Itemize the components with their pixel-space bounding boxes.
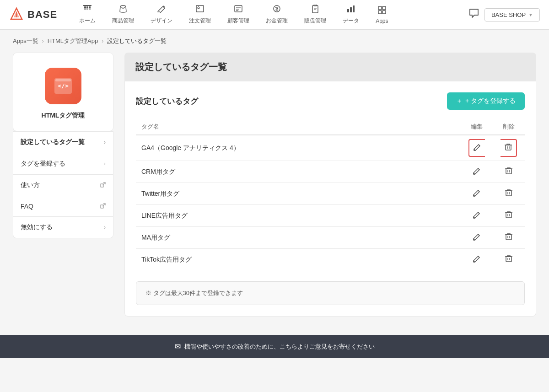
edit-button-0[interactable]	[468, 139, 485, 157]
app-name: HTMLタグ管理	[42, 112, 85, 120]
nav-data[interactable]: データ	[334, 5, 367, 25]
nav-apps-label: Apps	[376, 18, 388, 24]
svg-rect-12	[83, 5, 92, 6]
table-row: LINE広告用タグ	[136, 205, 525, 227]
svg-rect-23	[378, 6, 382, 10]
content-body: 設定しているタグ ＋ + タグを登録する タグ名 編集 削除	[124, 81, 536, 317]
edit-action-3	[461, 205, 493, 227]
page-title: 設定しているタグ一覧	[135, 61, 525, 73]
feedback-bar[interactable]: ✉ 機能や使いやすさの改善のために、こちらよりご意見をお寄せください	[0, 335, 549, 358]
svg-rect-34	[506, 191, 511, 196]
delete-action-5	[493, 249, 525, 271]
nav-orders[interactable]: 注文管理	[181, 5, 219, 25]
svg-rect-29	[55, 79, 71, 81]
svg-rect-8	[89, 9, 91, 9]
sidebar-item-faq[interactable]: FAQ	[13, 196, 113, 216]
nav-customers[interactable]: 顧客管理	[219, 5, 258, 25]
edit-action-2	[461, 183, 493, 205]
external-link-icon-0	[100, 182, 106, 189]
nav-design-label: デザイン	[151, 17, 172, 25]
apps-icon	[377, 5, 387, 16]
svg-rect-21	[350, 7, 352, 12]
table-row: MA用タグ	[136, 227, 525, 249]
nav-apps[interactable]: Apps	[367, 5, 396, 24]
svg-rect-11	[89, 10, 91, 10]
nav-promotion[interactable]: 販促管理	[296, 5, 334, 25]
logo[interactable]: BASE	[9, 7, 57, 22]
table-row: Twitter用タグ	[136, 183, 525, 205]
svg-rect-4	[86, 6, 88, 8]
edit-button-1[interactable]	[471, 165, 483, 179]
svg-rect-7	[86, 9, 88, 9]
sidebar-app-header: </> HTMLタグ管理	[13, 53, 113, 131]
edit-button-5[interactable]	[471, 252, 483, 267]
trash-icon	[505, 210, 513, 219]
pencil-icon	[473, 232, 481, 241]
delete-button-3[interactable]	[503, 209, 515, 223]
message-button[interactable]	[469, 8, 479, 21]
external-link-icon-1	[100, 203, 106, 210]
delete-action-0	[493, 135, 525, 161]
sidebar-item-disable[interactable]: 無効にする ›	[13, 216, 113, 238]
delete-button-1[interactable]	[503, 165, 515, 179]
breadcrumb-html-tag-app[interactable]: HTMLタグ管理App	[48, 37, 98, 45]
sidebar-menu: 設定しているタグ一覧 › タグを登録する › 使い方 FAQ 無効にする	[13, 131, 113, 238]
svg-rect-32	[506, 145, 511, 150]
tag-name-5: TikTok広告用タグ	[136, 249, 461, 271]
trash-icon	[505, 254, 513, 263]
pencil-icon	[473, 254, 481, 263]
svg-rect-16	[235, 5, 242, 12]
svg-rect-13	[157, 11, 160, 12]
svg-rect-9	[84, 10, 86, 10]
svg-rect-37	[506, 257, 511, 262]
logo-icon	[9, 7, 24, 22]
svg-text:</>: </>	[58, 82, 69, 89]
table-row: CRM用タグ	[136, 161, 525, 183]
add-tag-button[interactable]: ＋ + タグを登録する	[447, 92, 525, 110]
edit-action-5	[461, 249, 493, 271]
breadcrumb-apps[interactable]: Apps一覧	[13, 37, 38, 45]
svg-rect-22	[353, 5, 355, 12]
message-icon	[469, 8, 479, 18]
nav-design[interactable]: デザイン	[142, 5, 181, 25]
col-header-edit: 編集	[461, 119, 493, 135]
svg-rect-25	[378, 11, 382, 14]
svg-rect-24	[382, 6, 386, 10]
delete-button-4[interactable]	[503, 231, 515, 245]
edit-button-2[interactable]	[471, 187, 483, 201]
app-icon: </>	[45, 68, 81, 104]
edit-button-4[interactable]	[471, 231, 483, 245]
delete-action-1	[493, 161, 525, 183]
tag-section-header: 設定しているタグ ＋ + タグを登録する	[136, 92, 525, 110]
edit-button-3[interactable]	[471, 209, 483, 223]
sidebar-item-tag-list[interactable]: 設定しているタグ一覧 ›	[13, 131, 113, 153]
delete-button-5[interactable]	[503, 252, 515, 267]
svg-rect-10	[86, 10, 88, 10]
orders-icon	[195, 5, 205, 15]
main-nav: ホーム 商品管理 デザイン 注文管理 顧客管理	[71, 5, 469, 25]
delete-button-2[interactable]	[503, 187, 515, 201]
svg-rect-33	[506, 169, 511, 174]
note-box: ※ タグは最大30件まで登録できます	[136, 281, 525, 305]
tag-name-3: LINE広告用タグ	[136, 205, 461, 227]
table-row: TikTok広告用タグ	[136, 249, 525, 271]
nav-home[interactable]: ホーム	[71, 5, 104, 25]
table-body: GA4（Google アナリティクス 4）	[136, 135, 525, 270]
table-header: タグ名 編集 削除	[136, 119, 525, 135]
nav-products[interactable]: 商品管理	[104, 5, 142, 25]
delete-action-4	[493, 227, 525, 249]
section-title: 設定しているタグ	[136, 96, 198, 107]
edit-action-0	[461, 135, 493, 161]
chevron-right-icon-1: ›	[104, 161, 106, 167]
sidebar-item-register-tag[interactable]: タグを登録する ›	[13, 153, 113, 174]
tag-table: タグ名 編集 削除 GA4（Google アナリティクス 4）	[136, 119, 525, 270]
nav-customers-label: 顧客管理	[227, 17, 249, 25]
header-right: BASE SHOP ▼	[469, 8, 540, 21]
chevron-down-icon: ▼	[528, 12, 533, 17]
nav-money[interactable]: お金管理	[258, 5, 296, 25]
sidebar-item-usage[interactable]: 使い方	[13, 174, 113, 196]
shop-button[interactable]: BASE SHOP ▼	[484, 8, 540, 21]
breadcrumb: Apps一覧 › HTMLタグ管理App › 設定しているタグ一覧	[0, 30, 549, 53]
delete-button-0[interactable]	[501, 139, 517, 157]
delete-action-3	[493, 205, 525, 227]
